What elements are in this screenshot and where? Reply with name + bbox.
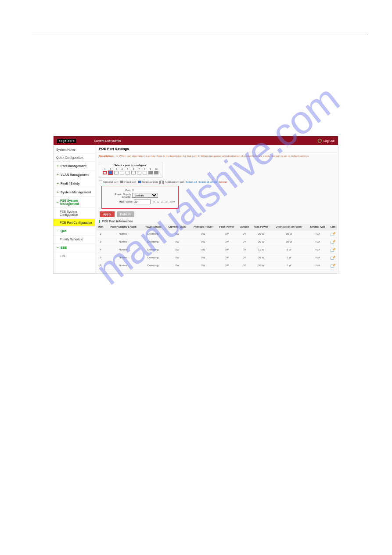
port-number: 5 [127,168,129,170]
app-window: edge-core Current User:admin Log Out Sys… [53,136,338,274]
table-cell: 3 [96,238,105,246]
sidebar-item-fault-safety[interactable]: +Fault / Safety [54,179,95,188]
config-pse-label: Power Supply Enable: [105,193,131,198]
legend-selected: Selected port [142,181,158,183]
description-text: 1. When port description is empty, there… [116,155,309,157]
port-box-9[interactable] [148,171,153,174]
port-box-7[interactable] [137,171,141,174]
port-number: 1 [104,168,106,170]
table-cell: Detecting [141,230,165,238]
top-rule [32,35,368,35]
table-cell: 0W [190,230,216,238]
content-area: POE Port Settings Description: 1. When p… [95,145,338,273]
table-header: Device Type [307,224,328,230]
table-cell: Normal [105,261,141,269]
apply-button[interactable]: Apply [100,211,115,217]
config-maxpower-input[interactable] [134,200,151,204]
port-box-6[interactable] [131,171,136,174]
port-box-3[interactable] [114,171,119,174]
legend-fixed: Fixed port [124,181,136,183]
table-cell: Normal [105,246,141,254]
edit-icon[interactable] [331,240,335,243]
table-header: Distribution of Power [271,224,307,230]
cancel-link[interactable]: Cancel [219,181,227,183]
sidebar-item-quick-config[interactable]: Quick Configuration [54,154,95,162]
table-cell: 0 W [271,261,307,269]
port-box-2[interactable] [108,171,113,174]
sidebar: System Home Quick Configuration +Port Ma… [54,145,95,273]
table-cell: N/A [307,254,328,261]
port-number: 9 [150,168,151,170]
config-pse-select[interactable]: Enabled [132,193,158,198]
edit-icon[interactable] [331,256,335,259]
table-cell: 30 W [271,238,307,246]
port-box-1[interactable] [103,171,107,174]
table-cell: 0W [190,254,216,261]
sidebar-item-system-home[interactable]: System Home [54,146,95,154]
current-user-label: Current User:admin [94,139,121,142]
table-cell: 0W [165,254,190,261]
table-header: Average Power [190,224,216,230]
table-cell: Detecting [141,261,165,269]
table-cell: 8 [96,261,105,269]
table-cell: 0V [237,261,251,269]
edit-icon[interactable] [331,264,335,267]
table-cell: 5 [96,254,105,261]
sidebar-item-eee[interactable]: −EEE [54,243,95,252]
table-cell: 20 W [251,238,271,246]
table-header: Edit [328,224,337,230]
table-cell: 0V [237,246,251,254]
sidebar-item-pse-system-config[interactable]: PSE System Configuration [54,208,95,219]
table-cell: 2 [96,230,105,238]
port-box-5[interactable] [126,171,130,174]
poe-info-table: PortPower Supply EnablePower StatusCurre… [96,224,337,270]
table-cell: 0W [190,238,216,246]
table-cell: Normal [105,238,141,246]
sidebar-item-eee-sub[interactable]: EEE [54,252,95,260]
table-header: Power Supply Enable [105,224,141,230]
table-cell: 0W [216,230,237,238]
sidebar-item-system-mgmt[interactable]: +System Management [54,188,95,197]
port-box-10[interactable] [154,171,158,174]
table-row: 4NormalDetecting0W0W0W0V11 W0 WN/A [96,246,337,254]
table-row: 3NormalDetecting0W0W0W0V20 W30 WN/A [96,238,337,246]
table-row: 5NormalDetecting0W0W0W0V36 W0 WN/A [96,254,337,261]
table-cell: 0V [237,238,251,246]
legend-row: Optional port Fixed port Selected port A… [99,181,334,183]
port-number: 4 [122,168,123,170]
table-row: 8NormalDetecting0W0W0W0V20 W0 WN/A [96,261,337,269]
port-box-8[interactable] [143,171,147,174]
sidebar-item-port-mgmt[interactable]: +Port Management [54,162,95,170]
edit-icon[interactable] [331,232,335,236]
table-header: Power Status [141,224,165,230]
sidebar-item-pse-system-mgmt[interactable]: −PSE System Management [54,197,95,208]
refresh-button[interactable]: Refresh [117,211,135,217]
brand-logo: edge-core [57,139,76,143]
description-label: Description: [99,155,114,157]
logout-link[interactable]: Log Out [324,139,334,142]
ports-row: 12345678910 [103,168,158,174]
table-cell: 0W [165,238,190,246]
port-number: 7 [139,168,140,170]
port-number: 3 [116,168,117,170]
select-all-link[interactable]: Select all [186,181,197,183]
port-config-box: Port: 2 Power Supply Enable: Enabled Max… [101,186,179,209]
table-cell: Normal [105,254,141,261]
config-port-value: 2 [132,189,175,192]
table-row: 2NormalDetecting0W0W0W0V20 W36 WN/A [96,230,337,238]
port-number: 6 [133,168,134,170]
table-cell: N/A [307,261,328,269]
table-cell: 36 W [271,230,307,238]
table-cell: 4 [96,246,105,254]
sidebar-item-poe-port-config[interactable]: POE Port Configuration [54,219,95,227]
select-others-link[interactable]: Select all others [198,181,217,183]
table-cell: N/A [307,230,328,238]
power-icon [318,139,322,143]
edit-icon[interactable] [331,248,335,251]
port-box-4[interactable] [120,171,124,174]
sidebar-item-qos[interactable]: −Qos [54,227,95,236]
legend-optional: Optional port [103,181,118,183]
sidebar-item-priority-schedule[interactable]: Priority Schedule [54,236,95,243]
port-number: 2 [110,168,111,170]
sidebar-item-vlan-mgmt[interactable]: +VLAN Management [54,170,95,179]
